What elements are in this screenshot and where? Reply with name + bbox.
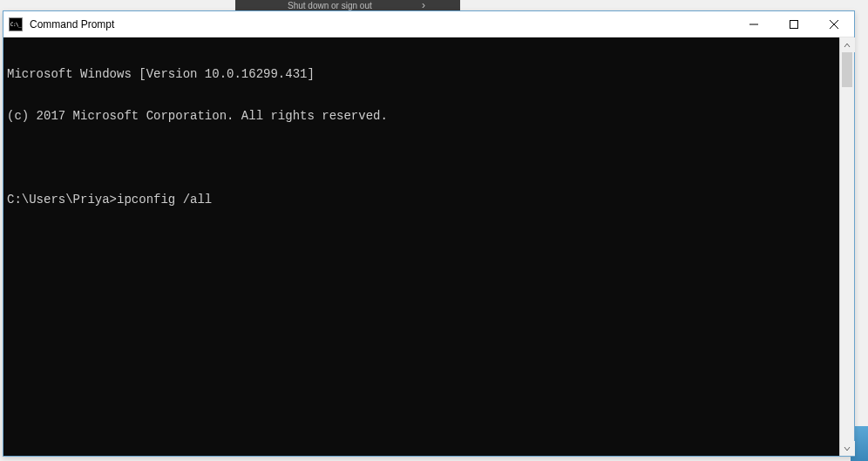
maximize-button[interactable]	[774, 11, 814, 37]
client-area: Microsoft Windows [Version 10.0.16299.43…	[3, 37, 854, 456]
scroll-down-button[interactable]	[840, 441, 855, 456]
cmd-icon	[9, 17, 23, 31]
window-controls	[734, 11, 854, 37]
vertical-scrollbar[interactable]	[839, 37, 854, 456]
minimize-button[interactable]	[734, 11, 774, 37]
terminal-line: (c) 2017 Microsoft Corporation. All righ…	[7, 109, 836, 123]
window-title: Command Prompt	[30, 18, 114, 31]
command-prompt-window: Command Prompt Microsoft Windows [Versio…	[3, 10, 855, 457]
background-start-menu-item: Shut down or sign out ›	[235, 0, 460, 10]
terminal-blank-line	[7, 151, 836, 165]
background-menu-label: Shut down or sign out	[288, 1, 372, 10]
close-button[interactable]	[814, 11, 854, 37]
terminal-output[interactable]: Microsoft Windows [Version 10.0.16299.43…	[3, 37, 839, 456]
svg-rect-1	[790, 20, 798, 28]
scroll-up-button[interactable]	[840, 37, 855, 52]
titlebar[interactable]: Command Prompt	[3, 11, 854, 37]
terminal-prompt-line: C:\Users\Priya>ipconfig /all	[7, 193, 836, 207]
scrollbar-thumb[interactable]	[842, 52, 852, 87]
scrollbar-track[interactable]	[840, 52, 854, 441]
terminal-line: Microsoft Windows [Version 10.0.16299.43…	[7, 67, 836, 81]
terminal-prompt: C:\Users\Priya>	[7, 193, 117, 207]
terminal-command: ipconfig /all	[117, 193, 212, 207]
